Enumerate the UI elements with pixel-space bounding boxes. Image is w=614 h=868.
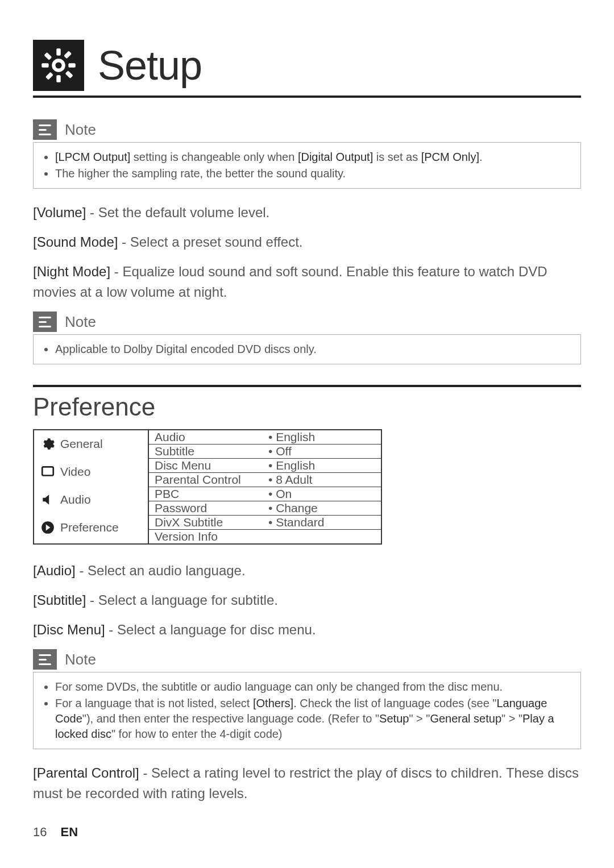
menu-cat-audio-label: Audio — [60, 493, 91, 506]
svg-rect-4 — [68, 63, 75, 67]
def-volume-text: - Set the default volume level. — [86, 205, 269, 220]
note1-bold-c: [PCM Only] — [421, 151, 479, 163]
note3-bold-others: [Others] — [253, 697, 293, 709]
note3-bold-general: General setup — [430, 712, 501, 725]
note-header: Note — [33, 119, 581, 140]
page-lang: EN — [61, 825, 78, 839]
note-icon — [33, 312, 57, 332]
svg-rect-6 — [65, 70, 73, 78]
section-title: Preference — [33, 393, 581, 421]
note3-item-1: For a language that is not listed, selec… — [55, 696, 571, 742]
def-sound-label: [Sound Mode] — [33, 234, 118, 250]
menu-cat-general-label: General — [60, 437, 103, 451]
note-icon — [33, 649, 57, 670]
menu-row-version[interactable]: Version Info — [149, 530, 381, 543]
def-subtitle-text: - Select a language for subtitle. — [86, 592, 278, 608]
definitions: [Audio] - Select an audio language. [Sub… — [33, 560, 581, 640]
note-header-3: Note — [33, 649, 581, 670]
svg-rect-3 — [42, 63, 48, 67]
menu-settings: Audio• English Subtitle• Off Disc Menu• … — [148, 430, 381, 543]
page: Setup Note [LPCM Output] setting is chan… — [0, 0, 614, 868]
svg-rect-9 — [42, 467, 53, 475]
menu-row-divx[interactable]: DivX Subtitle• Standard — [149, 516, 381, 530]
menu-row-parental[interactable]: Parental Control• 8 Adult — [149, 473, 381, 487]
note-box-3: For some DVDs, the subtitle or audio lan… — [33, 672, 581, 749]
note-label: Note — [65, 121, 96, 139]
note-label: Note — [65, 651, 96, 668]
def-discmenu-label: [Disc Menu] — [33, 622, 105, 637]
gear-icon — [33, 40, 84, 91]
def-night-text: - Equalize loud sound and soft sound. En… — [33, 264, 547, 300]
menu-cat-video[interactable]: Video — [34, 458, 148, 486]
menu-cat-video-label: Video — [60, 465, 90, 479]
page-title: Setup — [98, 42, 202, 89]
def-night-mode: [Night Mode] - Equalize loud sound and s… — [33, 261, 581, 302]
note1-bold-a: [LPCM Output] — [55, 151, 130, 163]
screen-icon — [40, 464, 56, 480]
note-label: Note — [65, 313, 96, 331]
def-subtitle-label: [Subtitle] — [33, 592, 86, 608]
note3-bold-setup: Setup — [379, 712, 409, 725]
pref-icon — [40, 520, 56, 535]
def-audio-text: - Select an audio language. — [76, 563, 246, 578]
svg-rect-1 — [56, 48, 60, 55]
def-volume: [Volume] - Set the default volume level. — [33, 202, 581, 223]
page-number: 16 — [33, 825, 47, 839]
menu-row-pbc[interactable]: PBC• On — [149, 487, 381, 501]
section-preference: Preference General Video — [33, 385, 581, 804]
def-parental-label: [Parental Control] — [33, 765, 139, 780]
speaker-icon — [40, 492, 56, 508]
note-header-2: Note — [33, 312, 581, 332]
def-subtitle: [Subtitle] - Select a language for subti… — [33, 590, 581, 610]
def-discmenu: [Disc Menu] - Select a language for disc… — [33, 620, 581, 640]
def-volume-label: [Volume] — [33, 205, 86, 220]
menu-cat-preference-label: Preference — [60, 521, 119, 534]
page-footer: 16 EN — [33, 825, 78, 840]
def-audio-label: [Audio] — [33, 563, 76, 578]
svg-rect-7 — [64, 51, 72, 59]
note1-item-0: [LPCM Output] setting is changeable only… — [55, 149, 571, 165]
def-sound-text: - Select a preset sound effect. — [118, 234, 302, 250]
svg-rect-5 — [44, 52, 52, 60]
def-audio: [Audio] - Select an audio language. — [33, 560, 581, 581]
def-discmenu-text: - Select a language for disc menu. — [105, 622, 316, 637]
menu-row-subtitle[interactable]: Subtitle• Off — [149, 445, 381, 459]
note-box-2: Applicable to Dolby Digital encoded DVD … — [33, 334, 581, 364]
note-icon — [33, 119, 57, 140]
page-header: Setup — [33, 40, 581, 98]
gear-icon — [40, 436, 56, 452]
menu-cat-general[interactable]: General — [34, 430, 148, 458]
svg-point-0 — [53, 60, 63, 70]
def-sound-mode: [Sound Mode] - Select a preset sound eff… — [33, 232, 581, 252]
menu-cat-preference[interactable]: Preference — [34, 514, 148, 541]
note2-item-0: Applicable to Dolby Digital encoded DVD … — [55, 342, 571, 357]
note1-item-1: The higher the sampling rate, the better… — [55, 166, 571, 181]
note1-bold-b: [Digital Output] — [298, 151, 373, 163]
menu-row-discmenu[interactable]: Disc Menu• English — [149, 459, 381, 473]
def-night-label: [Night Mode] — [33, 264, 110, 279]
preference-menu: General Video Audio — [33, 429, 382, 545]
note3-item-0: For some DVDs, the subtitle or audio lan… — [55, 679, 571, 695]
menu-categories: General Video Audio — [34, 430, 148, 543]
menu-row-audio[interactable]: Audio• English — [149, 430, 381, 445]
svg-rect-2 — [56, 75, 60, 82]
menu-row-password[interactable]: Password• Change — [149, 501, 381, 516]
menu-cat-audio[interactable]: Audio — [34, 486, 148, 514]
note-box-1: [LPCM Output] setting is changeable only… — [33, 142, 581, 189]
def-parental: [Parental Control] - Select a rating lev… — [33, 763, 581, 804]
svg-rect-8 — [45, 72, 53, 80]
